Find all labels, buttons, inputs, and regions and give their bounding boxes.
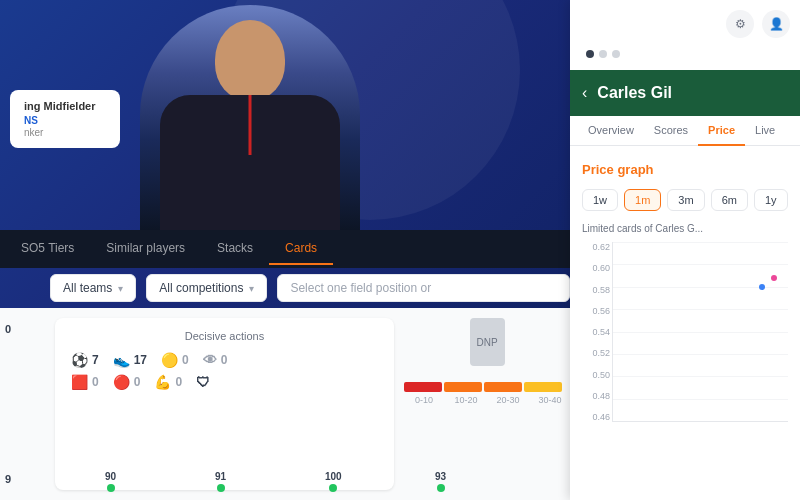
page-dot-1[interactable]	[599, 50, 607, 58]
left-numbers: 0 9	[0, 308, 45, 500]
dot-player-3: 93	[435, 471, 446, 492]
competitions-filter[interactable]: All competitions ▾	[146, 274, 267, 302]
grid-line-4	[613, 332, 788, 333]
chart-y-labels: 0.62 0.60 0.58 0.56 0.54 0.52 0.50 0.48 …	[582, 242, 610, 422]
player-area	[80, 0, 420, 230]
dot-circle-0	[107, 484, 115, 492]
player-photo	[140, 5, 360, 230]
y-label-0: 0.62	[592, 242, 610, 252]
assists-value: 17	[134, 353, 147, 367]
dot-value-0: 90	[105, 471, 116, 482]
action-circle-red: 🔴 0	[113, 374, 141, 390]
page-dot-2[interactable]	[612, 50, 620, 58]
page-dot-0[interactable]	[586, 50, 594, 58]
y-label-8: 0.46	[592, 412, 610, 422]
circle-red-value: 0	[134, 375, 141, 389]
grid-line-5	[613, 354, 788, 355]
y-label-7: 0.48	[592, 391, 610, 401]
position-filter[interactable]: Select one field position or	[277, 274, 570, 302]
price-chart: 0.62 0.60 0.58 0.56 0.54 0.52 0.50 0.48 …	[582, 242, 788, 442]
shield-icon: 🛡	[196, 374, 210, 390]
tab-scores[interactable]: Scores	[644, 116, 698, 146]
actions-title: Decisive actions	[71, 330, 378, 342]
dot-value-3: 93	[435, 471, 446, 482]
chart-dot-1	[771, 275, 777, 281]
tab-so5-tiers[interactable]: SO5 Tiers	[5, 233, 90, 265]
time-btn-1y[interactable]: 1y	[754, 189, 788, 211]
panel-sub-tabs: Overview Scores Price Live	[570, 116, 800, 146]
dot-player-1: 91	[215, 471, 226, 492]
assist-icon: 👟	[113, 352, 130, 368]
time-btn-3m[interactable]: 3m	[667, 189, 704, 211]
yellow-value: 0	[182, 353, 189, 367]
position-filter-placeholder: Select one field position or	[290, 281, 431, 295]
yellow-card-icon: 🟡	[161, 352, 178, 368]
dot-value-2: 100	[325, 471, 342, 482]
goals-value: 7	[92, 353, 99, 367]
pagination-dots	[586, 50, 620, 58]
actions-row-1: ⚽ 7 👟 17 🟡 0 👁 0	[71, 352, 378, 368]
time-btn-1w[interactable]: 1w	[582, 189, 618, 211]
bottom-dots-row: 90 91 100 93	[45, 462, 570, 492]
eye-value: 0	[221, 353, 228, 367]
y-label-6: 0.50	[592, 370, 610, 380]
dot-player-2: 100	[325, 471, 342, 492]
tab-stacks[interactable]: Stacks	[201, 233, 269, 265]
chevron-down-icon: ▾	[249, 283, 254, 294]
player-club: NS	[24, 115, 106, 126]
price-graph-title: Price graph	[582, 162, 788, 177]
jersey-stripe	[249, 95, 252, 155]
range-labels: 0-10 10-20 20-30 30-40	[404, 395, 570, 405]
time-btn-6m[interactable]: 6m	[711, 189, 748, 211]
player-position: ing Midfielder	[24, 100, 106, 112]
tab-overview[interactable]: Overview	[578, 116, 644, 146]
nav-tabs: SO5 Tiers Similar players Stacks Cards	[0, 230, 570, 268]
settings-icon-btn[interactable]: ⚙	[726, 10, 754, 38]
tab-cards[interactable]: Cards	[269, 233, 333, 265]
strength-value: 0	[175, 375, 182, 389]
score-bars: 0-10 10-20 20-30 30-40	[404, 382, 570, 405]
chevron-down-icon: ▾	[118, 283, 123, 294]
player-name-header: Carles Gil	[597, 84, 672, 102]
goal-icon: ⚽	[71, 352, 88, 368]
back-button[interactable]: ‹	[582, 84, 587, 102]
dot-circle-2	[329, 484, 337, 492]
player-role: nker	[24, 127, 106, 138]
time-range-buttons: 1w 1m 3m 6m 1y	[582, 189, 788, 211]
dot-circle-3	[437, 484, 445, 492]
y-label-1: 0.60	[592, 263, 610, 273]
actions-row-2: 🟥 0 🔴 0 💪 0 🛡	[71, 374, 378, 390]
range-10-20: 10-20	[446, 395, 486, 405]
teams-filter[interactable]: All teams ▾	[50, 274, 136, 302]
dot-player-0: 90	[105, 471, 116, 492]
dot-value-1: 91	[215, 471, 226, 482]
y-label-4: 0.54	[592, 327, 610, 337]
tab-live[interactable]: Live	[745, 116, 785, 146]
dot-circle-1	[217, 484, 225, 492]
score-bar-row	[404, 382, 570, 392]
grid-line-6	[613, 376, 788, 377]
price-graph-section: Price graph 1w 1m 3m 6m 1y Limited cards…	[570, 150, 800, 500]
tab-price[interactable]: Price	[698, 116, 745, 146]
y-label-3: 0.56	[592, 306, 610, 316]
y-label-5: 0.52	[592, 348, 610, 358]
player-header-bar: ‹ Carles Gil	[570, 70, 800, 116]
grid-line-1	[613, 264, 788, 265]
player-info-card: ing Midfielder NS nker	[10, 90, 120, 148]
eye-icon: 👁	[203, 352, 217, 368]
range-0-10: 0-10	[404, 395, 444, 405]
left-num-0: 0	[5, 323, 40, 335]
tab-similar-players[interactable]: Similar players	[90, 233, 201, 265]
grid-line-7	[613, 399, 788, 400]
profile-icon-btn[interactable]: 👤	[762, 10, 790, 38]
time-btn-1m[interactable]: 1m	[624, 189, 661, 211]
grid-line-3	[613, 309, 788, 310]
score-bar-2	[484, 382, 522, 392]
red-card-icon: 🟥	[71, 374, 88, 390]
action-assists: 👟 17	[113, 352, 147, 368]
red-value: 0	[92, 375, 99, 389]
strength-icon: 💪	[154, 374, 171, 390]
action-eye: 👁 0	[203, 352, 228, 368]
filters-row: All teams ▾ All competitions ▾ Select on…	[50, 268, 570, 308]
competitions-filter-label: All competitions	[159, 281, 243, 295]
